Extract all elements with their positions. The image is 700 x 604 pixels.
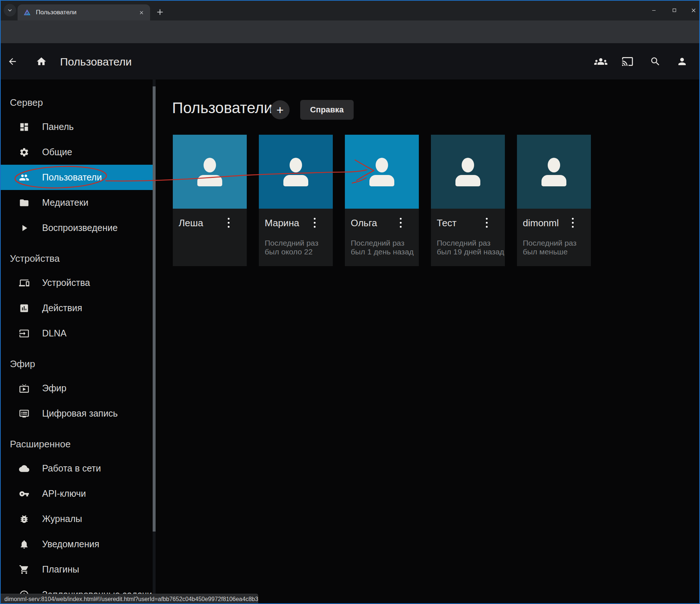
avatar — [259, 135, 333, 209]
cloud-icon — [19, 463, 29, 474]
page-title: Пользователи — [172, 100, 272, 116]
sidebar-item-plugins[interactable]: Плагины — [0, 557, 153, 582]
user-card[interactable]: Марина Последний разбыл около 22 — [259, 135, 333, 266]
sidebar-item-general[interactable]: Общие — [0, 139, 153, 165]
plus-label: + — [276, 103, 284, 117]
dvr-icon — [19, 409, 29, 419]
sidebar-item-playback[interactable]: Воспроизведение — [0, 215, 153, 241]
sidebar-item-libraries[interactable]: Медиатеки — [0, 190, 153, 215]
card-menu-button[interactable] — [486, 218, 488, 229]
app-search-button[interactable] — [649, 43, 661, 79]
user-card[interactable]: Тест Последний разбыл 19 дней назад — [431, 135, 505, 266]
close-icon — [690, 7, 697, 14]
bell-icon — [19, 539, 29, 549]
app-cast-button[interactable] — [621, 43, 634, 79]
arrow-back-icon — [7, 56, 18, 67]
jellyfin-favicon-icon — [23, 9, 31, 16]
browser-toolbar: Не защищено dimonml-serv:8104/web/index.… — [0, 20, 700, 43]
sidebar-section-livetv: Эфир — [10, 358, 153, 369]
tab-close-button[interactable] — [137, 8, 146, 17]
sidebar-item-dvr[interactable]: Цифровая запись — [0, 401, 153, 426]
avatar — [431, 135, 505, 209]
maximize-icon — [672, 8, 677, 13]
sidebar-item-notifications[interactable]: Уведомления — [0, 532, 153, 557]
live-tv-icon — [19, 383, 29, 394]
users-icon — [19, 172, 29, 183]
plus-icon — [155, 7, 165, 17]
user-name: Леша — [179, 217, 203, 229]
avatar — [517, 135, 591, 209]
status-url-text: dimonml-serv:8104/web/index.html#!/usere… — [4, 596, 258, 603]
person-icon — [548, 158, 560, 172]
cast-icon — [622, 56, 633, 67]
tab-search-chevron-button[interactable] — [4, 4, 16, 16]
sidebar-item-devices[interactable]: Устройства — [0, 270, 153, 295]
sidebar-item-activity[interactable]: Действия — [0, 295, 153, 321]
input-icon — [19, 328, 29, 339]
status-bar: dimonml-serv:8104/web/index.html#!/usere… — [0, 594, 258, 604]
add-user-button[interactable]: + — [271, 100, 290, 119]
sidebar-item-logs[interactable]: Журналы — [0, 506, 153, 532]
user-name: Ольга — [351, 217, 377, 229]
activity-icon — [19, 303, 29, 313]
folder-icon — [19, 198, 29, 208]
new-tab-button[interactable] — [155, 7, 165, 17]
sidebar-section-devices: Устройства — [10, 253, 153, 264]
user-card[interactable]: dimonml Последний разбыл меньше — [517, 135, 591, 266]
chevron-down-icon — [6, 7, 14, 14]
window-close-button[interactable] — [689, 6, 698, 15]
sidebar-scrollbar-thumb[interactable] — [153, 86, 156, 532]
settings-icon — [19, 147, 29, 157]
user-cards: Леша Марина Последний разбыл около 22 — [173, 135, 591, 266]
sidebar-item-livetv[interactable]: Эфир — [0, 376, 153, 401]
user-card[interactable]: Леша — [173, 135, 247, 266]
play-icon — [19, 223, 29, 233]
user-card[interactable]: Ольга Последний разбыл 1 день назад — [345, 135, 419, 266]
last-seen-text: Последний разбыл 19 дней назад — [437, 239, 504, 256]
sidebar-item-dashboard[interactable]: Панель — [0, 114, 153, 139]
minimize-icon — [651, 7, 657, 13]
card-menu-button[interactable] — [314, 218, 316, 229]
user-name: Марина — [265, 217, 299, 229]
person-icon — [204, 158, 216, 172]
person-icon — [290, 158, 302, 172]
sidebar: Сервер Панель Общие Пользователи Медиате… — [0, 79, 153, 604]
devices-icon — [19, 278, 29, 288]
sidebar-item-api-keys[interactable]: API-ключи — [0, 481, 153, 506]
tab-title: Пользователи — [36, 9, 137, 16]
last-seen-text: Последний разбыл меньше — [523, 239, 577, 256]
home-icon — [36, 56, 47, 67]
key-icon — [19, 489, 29, 499]
tab-strip: Пользователи — [0, 0, 700, 20]
person-icon — [677, 56, 688, 67]
app-user-button[interactable] — [676, 43, 688, 79]
help-label: Справка — [310, 105, 344, 115]
user-name: dimonml — [523, 217, 559, 229]
person-icon — [462, 158, 474, 172]
app-header: Пользователи — [0, 43, 700, 79]
last-seen-text: Последний разбыл 1 день назад — [351, 239, 414, 256]
window-minimize-button[interactable] — [649, 6, 658, 15]
card-menu-button[interactable] — [228, 218, 230, 229]
user-name: Тест — [437, 217, 457, 229]
app-back-button[interactable] — [7, 43, 18, 79]
avatar — [173, 135, 247, 209]
person-icon — [376, 158, 388, 172]
avatar — [345, 135, 419, 209]
dashboard-icon — [19, 122, 29, 132]
help-button[interactable]: Справка — [300, 100, 354, 120]
sidebar-scrollbar[interactable] — [153, 79, 156, 604]
sidebar-section-advanced: Расширенное — [10, 439, 153, 450]
sidebar-item-users[interactable]: Пользователи — [0, 165, 153, 190]
groups-icon — [594, 55, 607, 68]
browser-tab[interactable]: Пользователи — [18, 4, 150, 20]
sidebar-item-networking[interactable]: Работа в сети — [0, 456, 153, 481]
card-menu-button[interactable] — [400, 218, 402, 229]
card-menu-button[interactable] — [572, 218, 574, 229]
search-icon — [650, 56, 661, 67]
app-home-button[interactable] — [36, 43, 47, 79]
window-maximize-button[interactable] — [670, 6, 679, 15]
app-users-button[interactable] — [594, 43, 608, 79]
sidebar-item-dlna[interactable]: DLNA — [0, 321, 153, 346]
last-seen-text: Последний разбыл около 22 — [265, 239, 319, 256]
